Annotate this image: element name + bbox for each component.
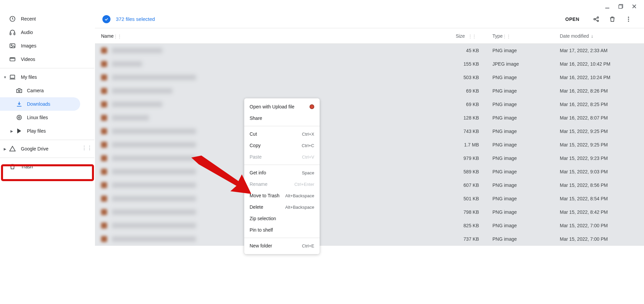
context-menu-item-label: New folder [250,243,272,248]
sidebar-item-downloads[interactable]: Downloads [0,97,80,111]
context-menu-item-label: Zip selection [250,216,276,221]
col-header-size[interactable]: Size ⋮⋮ [442,33,489,39]
context-menu-item[interactable]: DeleteAlt+Backspace [244,201,320,213]
sidebar-divider [0,68,94,68]
file-name-redacted [112,102,162,107]
table-row[interactable]: 798 KBPNG imageMar 15, 2022, 8:42 PM [95,205,644,219]
table-row[interactable]: 155 KBJPEG imageMar 16, 2022, 10:42 PM [95,57,644,71]
sidebar-item-trash[interactable]: Trash [0,160,80,173]
context-menu-item[interactable]: Move to TrashAlt+Backspace [244,190,320,201]
svg-rect-8 [10,44,15,48]
sidebar-item-linux[interactable]: Linux files [0,111,80,124]
file-type-icon [101,88,107,94]
context-menu-item[interactable]: Pin to shelf [244,224,320,236]
context-menu-item[interactable]: CutCtrl+X [244,128,320,140]
cell-name [95,47,442,54]
gdrive-icon [9,145,16,153]
image-icon [9,42,16,49]
sidebar-item-gdrive[interactable]: ▶ Google Drive [0,142,80,156]
open-button[interactable]: OPEN [565,16,579,22]
trash-icon[interactable] [608,15,616,23]
file-type-icon [101,101,107,107]
sidebar-item-recent[interactable]: Recent [0,12,80,26]
svg-point-9 [11,45,12,46]
context-menu-item[interactable]: Zip selection [244,213,320,224]
file-name-redacted [112,223,196,228]
cell-type: JPEG image [489,61,556,67]
sidebar-item-label: Camera [27,88,44,93]
table-row[interactable]: 128 KBPNG imageMar 16, 2022, 8:07 PM [95,111,644,125]
trash-icon [9,163,16,170]
table-row[interactable]: 589 KBPNG imageMar 15, 2022, 9:03 PM [95,165,644,178]
cell-name [95,88,442,94]
sidebar-item-label: Downloads [27,101,50,107]
cell-size: 503 KB [442,75,489,80]
cell-date: Mar 15, 2022, 9:25 PM [556,142,644,147]
table-row[interactable]: 45 KBPNG imageMar 17, 2022, 2:33 AM [95,44,644,57]
window-maximize-button[interactable] [618,3,624,9]
table-row[interactable]: 501 KBPNG imageMar 15, 2022, 8:54 PM [95,192,644,205]
context-menu-item[interactable]: New folderCtrl+E [244,240,320,251]
headphones-icon [9,29,16,36]
context-menu-item-label: Pin to shelf [250,227,273,233]
window-controls [604,3,637,9]
file-type-icon [101,128,107,134]
context-menu-item: RenameCtrl+Enter [244,178,320,190]
context-menu-separator [244,165,320,165]
file-name-redacted [112,169,196,174]
table-row[interactable]: 69 KBPNG imageMar 16, 2022, 8:26 PM [95,84,644,98]
file-name-redacted [112,48,162,53]
table-row[interactable]: 825 KBPNG imageMar 15, 2022, 7:00 PM [95,219,644,232]
cell-date: Mar 15, 2022, 7:00 PM [556,236,644,242]
sidebar-item-images[interactable]: Images [0,39,80,53]
sidebar-item-label: Recent [21,16,36,22]
shortcut-label: Alt+Backspace [285,193,314,198]
svg-point-23 [628,19,629,20]
file-type-icon [101,61,107,67]
sidebar-item-videos[interactable]: Videos [0,53,80,66]
caret-right-icon: ▶ [9,129,14,133]
more-icon[interactable] [624,15,633,23]
context-menu-item[interactable]: Open with Upload file [244,101,320,112]
sidebar-item-myfiles[interactable]: ▼ My files [0,70,80,84]
sidebar-item-label: Images [21,43,36,48]
cell-size: 69 KB [442,102,489,107]
selection-check-icon[interactable] [102,15,110,23]
table-row[interactable]: 979 KBPNG imageMar 15, 2022, 9:23 PM [95,151,644,165]
table-row[interactable]: 737 KBPNG imageMar 15, 2022, 7:00 PM [95,232,644,246]
table-row[interactable]: 1.7 MBPNG imageMar 15, 2022, 9:25 PM [95,138,644,151]
table-row[interactable]: 743 KBPNG imageMar 15, 2022, 9:25 PM [95,125,644,138]
shortcut-label: Ctrl+E [302,243,314,248]
col-header-type[interactable]: Type⋮⋮ [489,33,556,39]
drag-handle-icon[interactable]: ⋮⋮ [114,34,122,39]
upload-app-icon [310,104,314,109]
drag-handle-icon[interactable]: ⋮⋮ [503,34,511,39]
window-close-button[interactable] [631,3,637,9]
sidebar-item-label: Audio [21,30,33,35]
context-menu-item[interactable]: CopyCtrl+C [244,140,320,151]
cell-date: Mar 16, 2022, 8:07 PM [556,115,644,121]
table-row[interactable]: 503 KBPNG imageMar 16, 2022, 10:24 PM [95,71,644,84]
sort-descending-icon: ↓ [591,33,593,39]
table-row[interactable]: 69 KBPNG imageMar 16, 2022, 8:25 PM [95,98,644,111]
table-row[interactable]: 607 KBPNG imageMar 15, 2022, 8:56 PM [95,178,644,192]
caret-down-icon: ▼ [3,75,7,79]
drag-handle-icon[interactable]: ⋮⋮ [82,145,92,151]
sidebar-item-playfiles[interactable]: ▶ Play files [0,124,80,138]
context-menu-item[interactable]: Get infoSpace [244,167,320,178]
file-list: 45 KBPNG imageMar 17, 2022, 2:33 AM155 K… [95,44,644,304]
col-header-name[interactable]: Name⋮⋮ [95,33,442,39]
sidebar-item-camera[interactable]: Camera [0,84,80,97]
context-menu-item[interactable]: Share [244,112,320,124]
file-type-icon [101,196,107,202]
share-icon[interactable] [592,15,600,23]
file-type-icon [101,155,107,161]
cell-type: PNG image [489,48,556,53]
file-name-redacted [112,236,196,242]
drag-handle-icon[interactable]: ⋮⋮ [468,34,476,39]
file-type-icon [101,223,107,229]
col-header-date[interactable]: Date modified↓ [556,33,644,39]
sidebar-item-audio[interactable]: Audio [0,26,80,39]
file-name-redacted [112,61,142,67]
window-minimize-button[interactable] [604,3,610,9]
